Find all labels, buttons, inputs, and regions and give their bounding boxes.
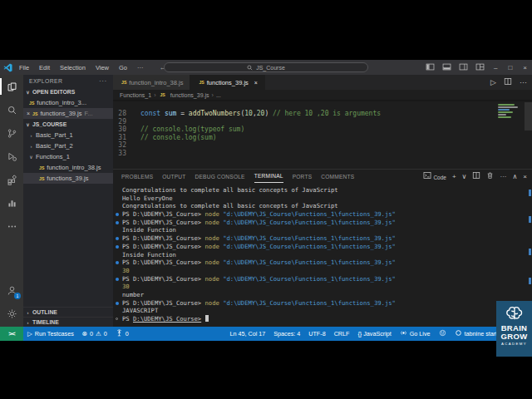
code-editor[interactable]: 28const sum = addTwoNumbers(10,20) // he… bbox=[113, 100, 532, 169]
more-actions-button[interactable]: ··· bbox=[520, 78, 527, 86]
breadcrumb: Functions_1›JSfunctions_39.js›... bbox=[113, 90, 532, 100]
status-go-live[interactable]: Go Live bbox=[396, 327, 435, 341]
menu-item-view[interactable]: View bbox=[91, 62, 113, 73]
kill-terminal-icon[interactable] bbox=[486, 171, 494, 181]
shell-label: Code bbox=[433, 175, 446, 180]
terminal-line: 30 bbox=[113, 283, 532, 291]
activity-bar: 1 bbox=[0, 75, 23, 327]
menu-item-edit[interactable]: Edit bbox=[35, 62, 54, 73]
folder-item-functions_1[interactable]: ∨Functions_1 bbox=[23, 151, 113, 162]
panel-header: PROBLEMSOUTPUTDEBUG CONSOLETERMINALPORTS… bbox=[113, 170, 532, 183]
command-decoration[interactable] bbox=[116, 261, 119, 264]
status-port-broadcast[interactable]: 0 bbox=[111, 327, 133, 341]
run-file-button[interactable]: ▷ bbox=[490, 78, 496, 86]
terminal-line: Inside Function bbox=[113, 251, 532, 259]
panel-tab-debug-console[interactable]: DEBUG CONSOLE bbox=[195, 170, 245, 183]
editor-scrollbar[interactable] bbox=[525, 102, 532, 131]
panel-tab-output[interactable]: OUTPUT bbox=[162, 170, 185, 183]
breadcrumb-item[interactable]: functions_39.js bbox=[170, 92, 209, 98]
menu-item-selection[interactable]: Selection bbox=[56, 62, 90, 73]
command-decoration[interactable] bbox=[116, 245, 119, 249]
editor-tab-function_intro_38-js[interactable]: JSfunction_intro_38.js bbox=[113, 75, 190, 90]
section-open-editors[interactable]: ∨OPEN EDITORS bbox=[23, 86, 113, 97]
tower-icon bbox=[116, 329, 123, 338]
metrics-icon[interactable] bbox=[0, 191, 23, 214]
toggle-panel-icon[interactable] bbox=[442, 62, 451, 73]
panel-tab-comments[interactable]: COMMENTS bbox=[321, 170, 354, 183]
titlebar: FileEditSelectionViewGo··· ← → JS_Course… bbox=[0, 60, 532, 75]
file-item[interactable]: JSfunctions_39.js bbox=[23, 173, 113, 184]
command-decoration[interactable] bbox=[116, 213, 119, 216]
panel-tab-ports[interactable]: PORTS bbox=[293, 170, 313, 183]
close-icon[interactable]: × bbox=[27, 111, 30, 116]
smiley-icon bbox=[439, 329, 446, 338]
toggle-secondary-sidebar-icon[interactable] bbox=[459, 62, 468, 73]
account-icon[interactable]: 1 bbox=[0, 278, 23, 302]
status-run-testcases[interactable]: ▷Run Testcases bbox=[23, 327, 78, 341]
split-editor-icon[interactable] bbox=[504, 77, 512, 87]
terminal-overview-mark bbox=[529, 249, 531, 255]
sidebar-more-icon[interactable]: ··· bbox=[99, 78, 107, 84]
more-icon[interactable] bbox=[0, 214, 23, 238]
file-item[interactable]: JSfunction_intro_38.js bbox=[23, 162, 113, 173]
new-terminal-button[interactable]: + bbox=[452, 173, 456, 180]
breadcrumb-item[interactable]: ... bbox=[216, 92, 221, 98]
run-debug-icon[interactable] bbox=[0, 145, 23, 168]
js-file-icon: JS bbox=[121, 80, 126, 85]
panel-tab-problems[interactable]: PROBLEMS bbox=[121, 170, 153, 183]
js-file-icon: JS bbox=[199, 80, 204, 85]
terminal-line: Congratulations to complete all basic co… bbox=[113, 202, 532, 210]
maximize-panel-button[interactable]: ∧ bbox=[512, 173, 517, 180]
minimap[interactable] bbox=[498, 104, 520, 119]
status-cursor-position[interactable]: Ln 45, Col 17 bbox=[226, 327, 270, 341]
command-decoration[interactable] bbox=[116, 237, 119, 240]
status-language-mode[interactable]: {} JavaScript bbox=[353, 327, 395, 341]
panel-tab-terminal[interactable]: TERMINAL bbox=[254, 170, 283, 183]
menu-item-go[interactable]: Go bbox=[115, 62, 131, 73]
command-decoration[interactable] bbox=[116, 221, 119, 224]
command-decoration[interactable] bbox=[116, 302, 119, 305]
terminal-dropdown-button[interactable]: ∨ bbox=[462, 173, 467, 180]
line-number: 32 bbox=[113, 141, 126, 150]
folder-item-basic_part_2[interactable]: ›Basic_Part_2 bbox=[23, 140, 113, 151]
settings-icon[interactable] bbox=[0, 302, 23, 325]
panel-actions: Code+∨···∧× bbox=[423, 170, 527, 183]
remote-indicator[interactable]: >< bbox=[0, 327, 23, 341]
status-eol[interactable]: CRLF bbox=[330, 327, 354, 341]
open-editor-item[interactable]: ×JSfunctions_39.jsF... bbox=[23, 108, 113, 119]
section-workspace[interactable]: ∨JS_COURSE bbox=[23, 119, 113, 130]
command-decoration[interactable] bbox=[116, 278, 119, 281]
search-icon[interactable] bbox=[0, 98, 23, 121]
source-control-icon[interactable] bbox=[0, 121, 23, 145]
status-encoding[interactable]: UTF-8 bbox=[304, 327, 329, 341]
section-outline[interactable]: ›OUTLINE bbox=[23, 307, 113, 317]
breadcrumb-item[interactable]: Functions_1 bbox=[120, 92, 151, 98]
customize-layout-icon[interactable] bbox=[475, 62, 485, 73]
editor-tab-functions_39-js[interactable]: JSfunctions_39.js× bbox=[190, 75, 265, 90]
close-panel-button[interactable]: × bbox=[523, 173, 527, 180]
extensions-icon[interactable] bbox=[0, 168, 23, 191]
terminal[interactable]: Congratulations to complete all basic co… bbox=[113, 183, 532, 327]
command-decoration[interactable] bbox=[116, 318, 118, 320]
chevron-down-icon: ∨ bbox=[23, 121, 32, 127]
section-timeline[interactable]: ›TIMELINE bbox=[23, 317, 113, 327]
toggle-primary-sidebar-icon[interactable] bbox=[426, 62, 435, 73]
code-line: 33 bbox=[113, 150, 532, 158]
tab-close-icon[interactable]: × bbox=[254, 80, 258, 86]
status-indentation[interactable]: Spaces: 4 bbox=[269, 327, 304, 341]
status-feedback[interactable] bbox=[435, 327, 451, 341]
folder-item-basic_part_1[interactable]: ›Basic_Part_1 bbox=[23, 130, 113, 140]
brand-watermark: BRAIN GROW ACADEMY bbox=[496, 301, 532, 357]
command-center-search[interactable]: JS_Course bbox=[164, 62, 368, 72]
split-terminal-icon[interactable] bbox=[472, 171, 480, 181]
minimize-button[interactable]: – bbox=[492, 64, 499, 71]
menu-item-file[interactable]: File bbox=[15, 62, 33, 73]
menu-item-[interactable]: ··· bbox=[133, 62, 148, 73]
close-button[interactable]: × bbox=[521, 64, 529, 71]
explorer-icon[interactable] bbox=[0, 75, 23, 98]
maximize-button[interactable]: □ bbox=[506, 64, 514, 71]
shell-selector-icon[interactable]: Code bbox=[423, 171, 446, 181]
open-editor-item[interactable]: JSfunction_intro_3... bbox=[23, 97, 113, 108]
more-actions-button[interactable]: ··· bbox=[500, 173, 506, 180]
status-problems[interactable]: ⊗0⚠0 bbox=[78, 327, 111, 341]
